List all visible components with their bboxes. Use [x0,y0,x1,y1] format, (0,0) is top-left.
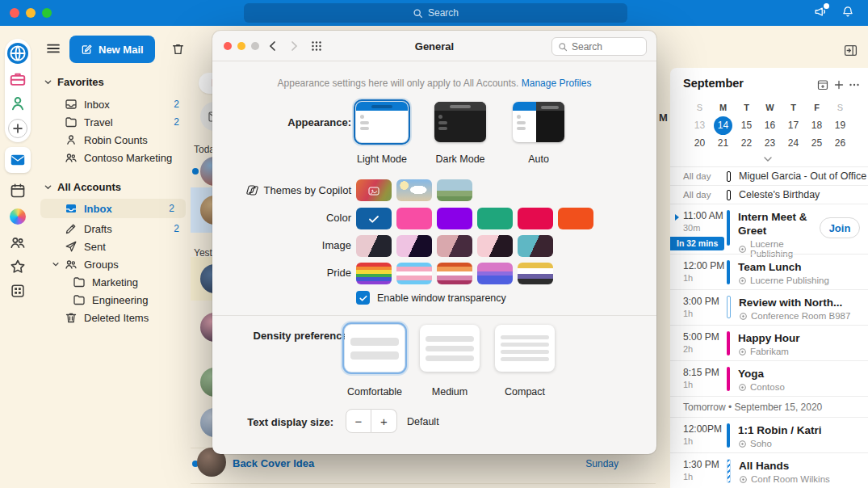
expand-month-chevron-icon[interactable] [762,154,774,165]
event-celeste-birthday[interactable]: All day Celeste's Birthday [670,185,868,204]
day-cell[interactable]: 23 [765,137,775,149]
folder-sidebar: New Mail Favorites Inbox 2 Travel 2 Ro [36,26,191,488]
pride-swatch-transgender[interactable] [396,263,432,284]
notifications-bell-icon[interactable] [841,5,855,19]
event-title: 1:1 Robin / Katri [738,423,822,437]
day-cell[interactable]: 25 [811,137,822,149]
image-swatch-beach[interactable] [518,235,553,257]
close-button[interactable] [10,8,19,18]
event-miguel-ooo[interactable]: All day Miguel Garcia - Out of Office [670,166,868,185]
day-cell[interactable]: 26 [835,137,845,149]
decrease-text-size-button[interactable]: − [346,409,371,433]
event-team-lunch[interactable]: 12:00 PM 1h Team Lunch Lucerne Publishin… [670,254,868,289]
nav-favorites-star-icon[interactable] [10,259,26,275]
nav-mail-selected[interactable] [5,147,31,173]
image-swatch-sunset-road[interactable] [437,235,472,257]
theme-swatch-city[interactable] [437,179,472,201]
new-mail-button[interactable]: New Mail [69,36,155,63]
color-swatch-red[interactable] [518,208,553,229]
new-event-plus-icon[interactable] [832,78,845,91]
collapse-panel-icon[interactable] [844,44,858,57]
density-option-comfortable[interactable] [345,325,405,372]
chevron-down-icon[interactable] [52,260,60,268]
event-yoga[interactable]: 8:15 PM 1h Yoga Contoso [670,360,868,396]
announcements-icon[interactable] [813,5,828,19]
image-swatch-flowers[interactable] [477,235,513,257]
day-cell[interactable]: 15 [741,120,752,131]
image-swatch-mountains[interactable] [356,235,392,257]
person-account-icon[interactable] [9,95,27,112]
sidebar-item-deleted-items[interactable]: Deleted Items [36,309,191,326]
theme-swatch-copilot-generate[interactable] [356,179,392,201]
day-cell-selected[interactable]: 14 [714,116,732,135]
day-cell[interactable]: 17 [788,120,799,131]
account-avatar-globe[interactable] [7,43,28,64]
color-swatch-green[interactable] [477,208,513,229]
event-title: Happy Hour [738,331,800,345]
day-cell[interactable]: 20 [694,137,705,149]
theme-swatch-sky[interactable] [396,179,432,201]
event-all-hands[interactable]: 1:30 PM 1h All Hands Conf Room Wilkins [670,452,868,488]
appearance-option-auto[interactable] [513,102,564,142]
color-swatch-pink[interactable] [396,208,432,229]
sidebar-item-robin-counts[interactable]: Robin Counts [36,131,191,149]
pride-swatch-lesbian[interactable] [437,263,472,284]
density-option-medium[interactable] [420,325,480,372]
day-cell[interactable]: 22 [741,137,752,149]
nav-calendar-icon[interactable] [10,183,26,199]
event-robin-katri[interactable]: 12:00PM 1h 1:1 Robin / Katri Soho [670,417,868,452]
zoom-button[interactable] [42,8,52,18]
dialog-search-input[interactable] [572,41,636,53]
image-swatch-balloons[interactable] [396,235,432,257]
global-search-bar[interactable]: Search [244,3,627,23]
increase-text-size-button[interactable]: + [371,409,397,433]
day-cell[interactable]: 24 [788,137,799,149]
event-review-north[interactable]: 3:00 PM 1h Review with North... Conferen… [670,289,868,325]
day-cell[interactable]: 19 [835,120,845,131]
day-cell[interactable]: 18 [811,120,822,131]
manage-profiles-link[interactable]: Manage Profiles [522,78,592,89]
nav-copilot-icon[interactable] [10,208,26,225]
appearance-option-dark[interactable] [434,102,486,142]
dialog-search-box[interactable] [551,37,647,56]
briefcase-account-icon[interactable] [9,70,27,88]
day-cell[interactable]: 21 [718,137,728,149]
message-row-partial[interactable] [191,483,656,488]
color-swatch-orange[interactable] [558,208,593,229]
event-intern-meet-greet[interactable]: 11:00 AM 30m Intern Meet & Greet Lucerne… [670,204,868,254]
nav-people-icon[interactable] [10,234,26,250]
color-swatch-blue-selected[interactable] [356,208,392,229]
sidebar-item-inbox-fav[interactable]: Inbox 2 [36,95,191,113]
pride-swatch-bisexual[interactable] [477,263,513,284]
flag-stripe [477,263,513,271]
color-swatch-purple[interactable] [437,208,472,229]
pride-swatch-nonbinary[interactable] [518,263,553,284]
transparency-checkbox-checked[interactable] [356,291,370,305]
sidebar-item-marketing[interactable]: Marketing [36,273,191,291]
nav-apps-icon[interactable] [10,283,26,299]
sidebar-item-contoso-marketing[interactable]: Contoso Marketing [36,149,191,166]
day-cell[interactable]: 13 [694,120,705,131]
event-color-bar [727,260,730,284]
add-account-button[interactable] [8,119,27,138]
sidebar-item-engineering[interactable]: Engineering [36,291,191,309]
sidebar-item-drafts[interactable]: Drafts 2 [36,220,191,238]
density-option-compact[interactable] [495,325,555,372]
appearance-option-light[interactable] [356,102,408,142]
sidebar-item-groups[interactable]: Groups [36,255,191,273]
sidebar-item-travel[interactable]: Travel 2 [36,113,191,131]
mini-month-grid: S M T W T F S 13 14 15 16 17 18 19 [688,99,852,152]
favorites-section-header[interactable]: Favorites [44,76,104,88]
calendar-view-icon[interactable] [816,78,829,91]
sidebar-item-sent[interactable]: Sent [36,238,191,255]
all-accounts-section-header[interactable]: All Accounts [44,181,121,193]
day-header: T [782,99,805,116]
hamburger-menu-icon[interactable] [45,40,61,57]
more-options-icon[interactable] [848,78,861,91]
pride-swatch-rainbow[interactable] [356,263,392,284]
event-happy-hour[interactable]: 5:00 PM 2h Happy Hour Fabrikam [670,325,868,360]
join-button[interactable]: Join [820,217,860,238]
sidebar-item-inbox-selected[interactable]: Inbox 2 [40,199,186,218]
minimize-button[interactable] [26,8,36,18]
day-cell[interactable]: 16 [765,120,775,131]
